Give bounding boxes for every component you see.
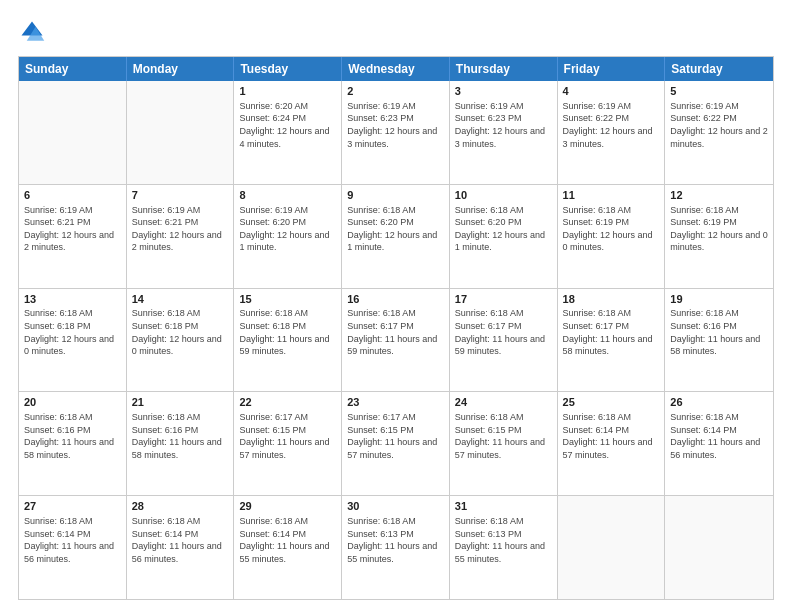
day-info: Sunrise: 6:18 AM Sunset: 6:18 PM Dayligh…	[132, 307, 229, 357]
calendar-cell: 2Sunrise: 6:19 AM Sunset: 6:23 PM Daylig…	[342, 81, 450, 184]
day-number: 30	[347, 499, 444, 514]
calendar-cell: 4Sunrise: 6:19 AM Sunset: 6:22 PM Daylig…	[558, 81, 666, 184]
calendar-cell: 18Sunrise: 6:18 AM Sunset: 6:17 PM Dayli…	[558, 289, 666, 392]
header-day-monday: Monday	[127, 57, 235, 81]
calendar-cell: 29Sunrise: 6:18 AM Sunset: 6:14 PM Dayli…	[234, 496, 342, 599]
calendar-cell: 14Sunrise: 6:18 AM Sunset: 6:18 PM Dayli…	[127, 289, 235, 392]
day-info: Sunrise: 6:18 AM Sunset: 6:16 PM Dayligh…	[670, 307, 768, 357]
day-info: Sunrise: 6:18 AM Sunset: 6:14 PM Dayligh…	[24, 515, 121, 565]
logo	[18, 18, 50, 46]
day-info: Sunrise: 6:18 AM Sunset: 6:14 PM Dayligh…	[563, 411, 660, 461]
day-info: Sunrise: 6:18 AM Sunset: 6:18 PM Dayligh…	[24, 307, 121, 357]
day-info: Sunrise: 6:19 AM Sunset: 6:22 PM Dayligh…	[670, 100, 768, 150]
calendar-cell: 7Sunrise: 6:19 AM Sunset: 6:21 PM Daylig…	[127, 185, 235, 288]
header-day-sunday: Sunday	[19, 57, 127, 81]
day-info: Sunrise: 6:18 AM Sunset: 6:13 PM Dayligh…	[455, 515, 552, 565]
day-info: Sunrise: 6:17 AM Sunset: 6:15 PM Dayligh…	[347, 411, 444, 461]
page: SundayMondayTuesdayWednesdayThursdayFrid…	[0, 0, 792, 612]
calendar-cell: 28Sunrise: 6:18 AM Sunset: 6:14 PM Dayli…	[127, 496, 235, 599]
day-info: Sunrise: 6:18 AM Sunset: 6:14 PM Dayligh…	[670, 411, 768, 461]
day-number: 5	[670, 84, 768, 99]
day-number: 27	[24, 499, 121, 514]
day-number: 20	[24, 395, 121, 410]
day-info: Sunrise: 6:17 AM Sunset: 6:15 PM Dayligh…	[239, 411, 336, 461]
calendar-cell: 9Sunrise: 6:18 AM Sunset: 6:20 PM Daylig…	[342, 185, 450, 288]
calendar-cell: 1Sunrise: 6:20 AM Sunset: 6:24 PM Daylig…	[234, 81, 342, 184]
calendar-cell: 19Sunrise: 6:18 AM Sunset: 6:16 PM Dayli…	[665, 289, 773, 392]
logo-icon	[18, 18, 46, 46]
day-number: 1	[239, 84, 336, 99]
header	[18, 18, 774, 46]
calendar-row-3: 13Sunrise: 6:18 AM Sunset: 6:18 PM Dayli…	[19, 288, 773, 392]
day-number: 4	[563, 84, 660, 99]
calendar-cell: 23Sunrise: 6:17 AM Sunset: 6:15 PM Dayli…	[342, 392, 450, 495]
calendar-row-4: 20Sunrise: 6:18 AM Sunset: 6:16 PM Dayli…	[19, 391, 773, 495]
day-info: Sunrise: 6:19 AM Sunset: 6:23 PM Dayligh…	[455, 100, 552, 150]
day-info: Sunrise: 6:20 AM Sunset: 6:24 PM Dayligh…	[239, 100, 336, 150]
calendar: SundayMondayTuesdayWednesdayThursdayFrid…	[18, 56, 774, 600]
day-info: Sunrise: 6:19 AM Sunset: 6:20 PM Dayligh…	[239, 204, 336, 254]
day-info: Sunrise: 6:18 AM Sunset: 6:20 PM Dayligh…	[347, 204, 444, 254]
day-number: 2	[347, 84, 444, 99]
day-number: 21	[132, 395, 229, 410]
day-number: 6	[24, 188, 121, 203]
calendar-cell: 17Sunrise: 6:18 AM Sunset: 6:17 PM Dayli…	[450, 289, 558, 392]
calendar-cell: 30Sunrise: 6:18 AM Sunset: 6:13 PM Dayli…	[342, 496, 450, 599]
day-number: 9	[347, 188, 444, 203]
day-number: 14	[132, 292, 229, 307]
calendar-cell: 20Sunrise: 6:18 AM Sunset: 6:16 PM Dayli…	[19, 392, 127, 495]
day-info: Sunrise: 6:18 AM Sunset: 6:14 PM Dayligh…	[239, 515, 336, 565]
calendar-cell: 8Sunrise: 6:19 AM Sunset: 6:20 PM Daylig…	[234, 185, 342, 288]
calendar-cell: 22Sunrise: 6:17 AM Sunset: 6:15 PM Dayli…	[234, 392, 342, 495]
calendar-cell: 5Sunrise: 6:19 AM Sunset: 6:22 PM Daylig…	[665, 81, 773, 184]
day-number: 23	[347, 395, 444, 410]
header-day-friday: Friday	[558, 57, 666, 81]
day-info: Sunrise: 6:18 AM Sunset: 6:17 PM Dayligh…	[563, 307, 660, 357]
day-info: Sunrise: 6:18 AM Sunset: 6:19 PM Dayligh…	[563, 204, 660, 254]
day-info: Sunrise: 6:18 AM Sunset: 6:19 PM Dayligh…	[670, 204, 768, 254]
day-number: 24	[455, 395, 552, 410]
header-day-thursday: Thursday	[450, 57, 558, 81]
calendar-cell	[558, 496, 666, 599]
day-info: Sunrise: 6:18 AM Sunset: 6:20 PM Dayligh…	[455, 204, 552, 254]
day-number: 17	[455, 292, 552, 307]
day-info: Sunrise: 6:19 AM Sunset: 6:21 PM Dayligh…	[132, 204, 229, 254]
day-number: 26	[670, 395, 768, 410]
day-number: 13	[24, 292, 121, 307]
calendar-cell: 24Sunrise: 6:18 AM Sunset: 6:15 PM Dayli…	[450, 392, 558, 495]
day-info: Sunrise: 6:18 AM Sunset: 6:13 PM Dayligh…	[347, 515, 444, 565]
calendar-cell: 16Sunrise: 6:18 AM Sunset: 6:17 PM Dayli…	[342, 289, 450, 392]
calendar-cell: 26Sunrise: 6:18 AM Sunset: 6:14 PM Dayli…	[665, 392, 773, 495]
calendar-cell: 15Sunrise: 6:18 AM Sunset: 6:18 PM Dayli…	[234, 289, 342, 392]
day-info: Sunrise: 6:19 AM Sunset: 6:22 PM Dayligh…	[563, 100, 660, 150]
calendar-cell: 13Sunrise: 6:18 AM Sunset: 6:18 PM Dayli…	[19, 289, 127, 392]
day-info: Sunrise: 6:18 AM Sunset: 6:16 PM Dayligh…	[24, 411, 121, 461]
day-number: 8	[239, 188, 336, 203]
day-number: 16	[347, 292, 444, 307]
day-number: 18	[563, 292, 660, 307]
day-info: Sunrise: 6:18 AM Sunset: 6:18 PM Dayligh…	[239, 307, 336, 357]
day-number: 10	[455, 188, 552, 203]
calendar-cell: 11Sunrise: 6:18 AM Sunset: 6:19 PM Dayli…	[558, 185, 666, 288]
day-number: 19	[670, 292, 768, 307]
day-info: Sunrise: 6:18 AM Sunset: 6:17 PM Dayligh…	[347, 307, 444, 357]
day-number: 29	[239, 499, 336, 514]
calendar-cell: 3Sunrise: 6:19 AM Sunset: 6:23 PM Daylig…	[450, 81, 558, 184]
calendar-header: SundayMondayTuesdayWednesdayThursdayFrid…	[19, 57, 773, 81]
calendar-cell: 12Sunrise: 6:18 AM Sunset: 6:19 PM Dayli…	[665, 185, 773, 288]
header-day-wednesday: Wednesday	[342, 57, 450, 81]
day-number: 11	[563, 188, 660, 203]
day-info: Sunrise: 6:18 AM Sunset: 6:17 PM Dayligh…	[455, 307, 552, 357]
calendar-cell: 27Sunrise: 6:18 AM Sunset: 6:14 PM Dayli…	[19, 496, 127, 599]
day-info: Sunrise: 6:18 AM Sunset: 6:16 PM Dayligh…	[132, 411, 229, 461]
day-number: 3	[455, 84, 552, 99]
day-number: 12	[670, 188, 768, 203]
day-info: Sunrise: 6:19 AM Sunset: 6:21 PM Dayligh…	[24, 204, 121, 254]
calendar-body: 1Sunrise: 6:20 AM Sunset: 6:24 PM Daylig…	[19, 81, 773, 599]
calendar-cell: 21Sunrise: 6:18 AM Sunset: 6:16 PM Dayli…	[127, 392, 235, 495]
day-info: Sunrise: 6:18 AM Sunset: 6:15 PM Dayligh…	[455, 411, 552, 461]
header-day-tuesday: Tuesday	[234, 57, 342, 81]
day-number: 31	[455, 499, 552, 514]
calendar-cell: 31Sunrise: 6:18 AM Sunset: 6:13 PM Dayli…	[450, 496, 558, 599]
calendar-cell: 10Sunrise: 6:18 AM Sunset: 6:20 PM Dayli…	[450, 185, 558, 288]
